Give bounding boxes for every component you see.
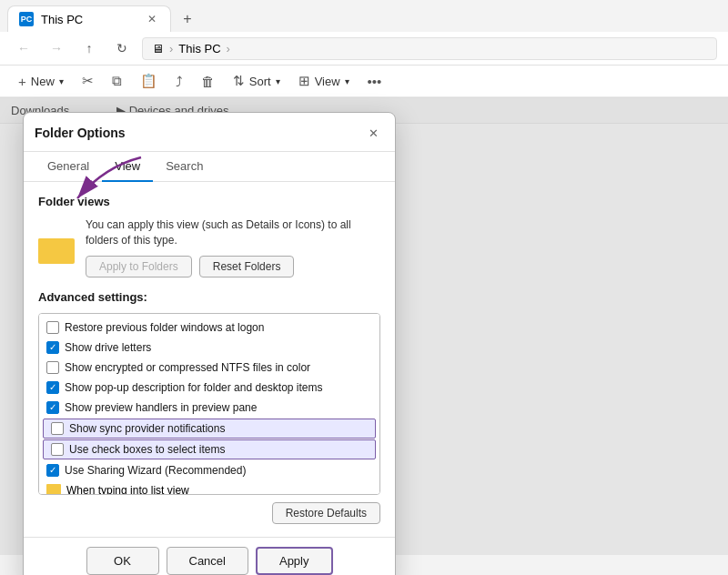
dialog-titlebar: Folder Options ✕ (24, 113, 395, 152)
more-button[interactable]: ••• (360, 70, 389, 93)
paste-icon: 📋 (140, 73, 157, 89)
folder-typing-icon (46, 484, 61, 495)
more-icon: ••• (368, 74, 382, 89)
apply-to-folders-button[interactable]: Apply to Folders (86, 256, 192, 277)
content-area: Downloads ▶ Devices and drives Folder Op… (0, 98, 728, 555)
list-item[interactable]: ✓ Show preview handlers in preview pane (39, 398, 379, 418)
tab-view[interactable]: View (102, 152, 153, 182)
apply-button[interactable]: Apply (256, 547, 333, 575)
item-label-typing: When typing into list view (66, 484, 189, 495)
new-tab-button[interactable]: + (175, 6, 200, 32)
address-chevron2: › (227, 42, 230, 55)
list-item[interactable]: ✓ Show drive letters (39, 338, 379, 358)
checkbox-restore[interactable] (46, 321, 59, 334)
checkbox-popup[interactable]: ✓ (46, 381, 59, 394)
navigation-bar: ← → ↑ ↻ 🖥 › This PC › (0, 32, 728, 66)
reset-folders-button[interactable]: Reset Folders (199, 256, 295, 277)
toolbar: + New ▾ ✂ ⧉ 📋 ⤴ 🗑 ⇅ Sort ▾ ⊞ View ▾ (0, 66, 728, 97)
item-label-encrypted: Show encrypted or compressed NTFS files … (65, 361, 310, 374)
checkbox-preview[interactable]: ✓ (46, 401, 59, 414)
checkbox-drive-letters[interactable]: ✓ (46, 341, 59, 354)
browser-chrome: PC This PC ✕ + ← → ↑ ↻ 🖥 › This PC › + N… (0, 0, 728, 98)
paste-button[interactable]: 📋 (133, 69, 165, 93)
folder-views-section: Folder views You can apply this view (su… (38, 195, 380, 277)
item-label-sharing: Use Sharing Wizard (Recommended) (65, 464, 246, 477)
delete-icon: 🗑 (201, 74, 215, 89)
folder-icon (38, 231, 75, 264)
refresh-button[interactable]: ↻ (109, 35, 135, 61)
view-icon: ⊞ (298, 73, 310, 89)
restore-defaults-button[interactable]: Restore Defaults (272, 502, 380, 524)
tab-label: This PC (41, 13, 83, 26)
tab-search[interactable]: Search (153, 152, 216, 182)
folder-views-title: Folder views (38, 195, 380, 208)
dialog-close-button[interactable]: ✕ (362, 122, 384, 144)
folder-views-description: You can apply this view (such as Details… (86, 217, 380, 248)
item-label-sync: Show sync provider notifications (69, 422, 225, 435)
list-item[interactable]: Restore previous folder windows at logon (39, 318, 379, 338)
advanced-settings-section: Advanced settings: Restore previous fold… (38, 290, 380, 495)
sort-chevron: ▾ (276, 76, 280, 86)
new-button[interactable]: + New ▾ (11, 70, 71, 93)
copy-icon: ⧉ (112, 73, 122, 89)
share-button[interactable]: ⤴ (168, 70, 190, 93)
address-monitor-icon: 🖥 (152, 42, 164, 55)
list-item[interactable]: ✓ Show pop-up description for folder and… (39, 378, 379, 398)
cut-button[interactable]: ✂ (75, 69, 101, 93)
tab-bar: PC This PC ✕ + (0, 0, 728, 32)
checkbox-encrypted[interactable] (46, 361, 59, 374)
forward-button[interactable]: → (44, 35, 69, 61)
dialog-footer: OK Cancel Apply (24, 537, 395, 575)
address-bar[interactable]: 🖥 › This PC › (142, 37, 717, 60)
advanced-settings-title: Advanced settings: (38, 290, 380, 304)
folder-views-content: You can apply this view (such as Details… (38, 217, 380, 277)
tab-close-button[interactable]: ✕ (145, 12, 159, 26)
item-label-preview: Show preview handlers in preview pane (65, 401, 257, 414)
address-chevron: › (169, 42, 173, 55)
tab-general[interactable]: General (35, 152, 102, 182)
list-item-sync[interactable]: Show sync provider notifications (43, 419, 376, 439)
folder-views-buttons: Apply to Folders Reset Folders (86, 256, 380, 277)
address-this-pc: This PC (178, 42, 220, 55)
advanced-settings-list[interactable]: Restore previous folder windows at logon… (38, 313, 380, 495)
dialog-overlay: Folder Options ✕ General View Search Fol… (0, 98, 728, 555)
tab-favicon: PC (19, 12, 34, 26)
dialog-body: Folder views You can apply this view (su… (24, 182, 395, 537)
view-button[interactable]: ⊞ View ▾ (291, 69, 357, 93)
folder-views-right: You can apply this view (such as Details… (86, 217, 380, 277)
list-item-checkboxes[interactable]: Use check boxes to select items (43, 439, 376, 459)
back-button[interactable]: ← (11, 35, 36, 61)
copy-button[interactable]: ⧉ (105, 69, 129, 93)
delete-button[interactable]: 🗑 (194, 70, 222, 93)
item-label-popup: Show pop-up description for folder and d… (65, 381, 323, 394)
active-tab[interactable]: PC This PC ✕ (7, 5, 171, 32)
item-label-drive: Show drive letters (65, 341, 151, 354)
new-icon: + (18, 74, 26, 89)
folder-options-dialog: Folder Options ✕ General View Search Fol… (23, 112, 396, 575)
up-button[interactable]: ↑ (76, 35, 102, 61)
dialog-tabs: General View Search (24, 152, 395, 182)
new-label: New (31, 75, 55, 88)
cut-icon: ✂ (82, 73, 94, 89)
cancel-button[interactable]: Cancel (167, 547, 248, 575)
item-label-restore: Restore previous folder windows at logon (65, 321, 264, 334)
restore-defaults-row: Restore Defaults (38, 502, 380, 524)
list-item-folder: When typing into list view (39, 480, 379, 495)
sort-button[interactable]: ⇅ Sort ▾ (226, 69, 288, 93)
sort-label: Sort (249, 75, 271, 88)
share-icon: ⤴ (176, 74, 183, 89)
checkbox-sync[interactable] (51, 422, 64, 435)
new-chevron: ▾ (59, 76, 64, 86)
list-item[interactable]: ✓ Use Sharing Wizard (Recommended) (39, 460, 379, 480)
sort-icon: ⇅ (233, 73, 245, 89)
ok-button[interactable]: OK (86, 547, 159, 575)
view-label: View (315, 75, 340, 88)
view-chevron: ▾ (345, 76, 349, 86)
checkbox-checkboxes[interactable] (51, 443, 64, 456)
checkbox-sharing[interactable]: ✓ (46, 464, 59, 477)
dialog-title: Folder Options (35, 126, 126, 140)
item-label-checkboxes: Use check boxes to select items (69, 443, 225, 456)
list-item[interactable]: Show encrypted or compressed NTFS files … (39, 358, 379, 378)
